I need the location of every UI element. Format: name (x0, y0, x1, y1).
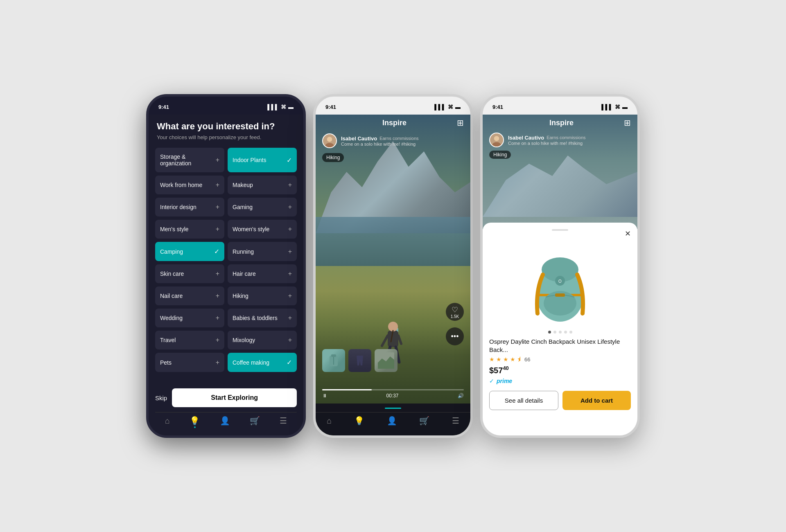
account-icon-2[interactable]: 👤 (387, 416, 397, 426)
interest-running[interactable]: Running + (228, 242, 297, 261)
cart-icon-2[interactable]: 🛒 (419, 416, 429, 426)
grid-icon[interactable]: ⊞ (457, 118, 464, 128)
interest-camping[interactable]: Camping ✓ (155, 242, 224, 261)
add-to-cart-button[interactable]: Add to cart (562, 391, 631, 410)
dot-indicators (489, 331, 631, 334)
thumb-landscape[interactable] (375, 349, 398, 372)
progress-bar[interactable] (322, 389, 464, 390)
svg-point-1 (327, 137, 332, 142)
interest-mixology[interactable]: Mixology + (228, 331, 297, 349)
bottom-bar-1: Skip Start Exploring ⌂ 💡 👤 🛒 ☰ (149, 384, 303, 435)
interest-indoor-plants[interactable]: Indoor Plants ✓ (228, 148, 297, 172)
phones-container: 9:41 ▌▌▌ ⌘ ▬ What are you interested in?… (146, 94, 640, 438)
svg-line-6 (382, 336, 388, 346)
phone2-content: Inspire ⊞ Isabel Cautivo Earns commissio… (316, 115, 470, 435)
active-tab-indicator (385, 408, 401, 409)
heart-icon: ♡ (452, 305, 458, 314)
plus-icon15: + (216, 336, 219, 344)
interest-coffee[interactable]: Coffee making ✓ (228, 353, 297, 372)
nav-active-dot (194, 426, 196, 428)
interest-makeup[interactable]: Makeup + (228, 176, 297, 194)
see-details-button[interactable]: See all details (489, 391, 558, 410)
product-thumbnails (322, 349, 398, 372)
check-icon3: ✓ (287, 358, 292, 366)
interest-skincare[interactable]: Skin care + (155, 264, 224, 283)
inspire-header: Inspire ⊞ (316, 115, 470, 131)
nav-bar-1: ⌂ 💡 👤 🛒 ☰ (155, 412, 297, 429)
product-name: Osprey Daylite Cinch Backpack Unisex Lif… (489, 338, 631, 354)
dot-2 (553, 331, 556, 334)
interest-storage[interactable]: Storage & organization + (155, 148, 224, 172)
svg-rect-24 (555, 293, 565, 297)
close-button[interactable]: ✕ (625, 229, 631, 238)
interest-hiking[interactable]: Hiking + (228, 286, 297, 305)
home-icon-2[interactable]: ⌂ (327, 416, 332, 426)
menu-icon[interactable]: ☰ (280, 416, 287, 426)
plus-icon11: + (216, 292, 219, 300)
interest-wedding[interactable]: Wedding + (155, 309, 224, 327)
interest-mens-style[interactable]: Men's style + (155, 220, 224, 239)
dot-3 (559, 331, 562, 334)
time-1: 9:41 (158, 104, 169, 110)
like-button[interactable]: ♡ 1.5K (446, 303, 464, 321)
user-desc-3: Come on a solo hike with me! #hiking (508, 141, 631, 146)
check-icon: ✓ (287, 156, 292, 164)
volume-icon[interactable]: 🔊 (458, 393, 464, 399)
interests-title: What are you interested in? (157, 121, 295, 132)
start-exploring-button[interactable]: Start Exploring (172, 388, 297, 407)
account-icon[interactable]: 👤 (220, 416, 230, 426)
home-icon[interactable]: ⌂ (165, 416, 170, 426)
hiking-tag-2[interactable]: Hiking (322, 153, 344, 162)
price-row: $5740 (489, 365, 631, 375)
interest-womens-style[interactable]: Women's style + (228, 220, 297, 239)
nav-bar-2: ⌂ 💡 👤 🛒 ☰ (316, 412, 470, 429)
interest-pets[interactable]: Pets + (155, 353, 224, 372)
interest-work-home[interactable]: Work from home + (155, 176, 224, 194)
inspire-icon-2[interactable]: 💡 (354, 416, 364, 426)
interest-haircare[interactable]: Hair care + (228, 264, 297, 283)
svg-text:O: O (558, 279, 562, 284)
interest-gaming[interactable]: Gaming + (228, 198, 297, 216)
wifi-icon-3: ⌘ (615, 104, 620, 110)
time-row: ⏸ 00:37 🔊 (322, 393, 464, 399)
signal-icon: ▌▌▌ (267, 104, 279, 110)
dot-5 (569, 331, 572, 334)
grid-icon-3[interactable]: ⊞ (624, 118, 631, 128)
status-icons-2: ▌▌▌ ⌘ ▬ (434, 104, 461, 110)
signal-icon-2: ▌▌▌ (434, 104, 446, 110)
interest-babies[interactable]: Babies & toddlers + (228, 309, 297, 327)
interest-nailcare[interactable]: Nail care + (155, 286, 224, 305)
water-bg (316, 217, 470, 266)
check-icon2: ✓ (214, 248, 219, 255)
more-button[interactable]: ••• (446, 327, 464, 345)
plus-icon3: + (288, 181, 292, 189)
user-desc-2: Come on a solo hike with me! #hiking (341, 142, 464, 147)
user-name-3: Isabel Cautivo (508, 135, 544, 141)
notch2 (364, 97, 422, 109)
plus-icon: + (216, 156, 219, 164)
interest-travel[interactable]: Travel + (155, 331, 224, 349)
plus-icon13: + (216, 314, 219, 322)
inspire-title: Inspire (332, 119, 457, 127)
prime-check-icon: ✓ (489, 378, 494, 384)
phone2: 9:41 ▌▌▌ ⌘ ▬ Inspire ⊞ (313, 94, 473, 438)
play-pause-icon[interactable]: ⏸ (322, 393, 327, 399)
product-image: O (523, 238, 597, 324)
hiking-tag-3[interactable]: Hiking (489, 151, 511, 159)
thumb-backpack[interactable] (322, 349, 345, 372)
interest-interior[interactable]: Interior design + (155, 198, 224, 216)
like-count: 1.5K (451, 314, 459, 319)
thumb-pants[interactable] (348, 349, 371, 372)
avatar-3 (489, 133, 504, 147)
cart-icon[interactable]: 🛒 (250, 416, 260, 426)
status-icons-1: ▌▌▌ ⌘ ▬ (267, 104, 294, 110)
user-info-3: Isabel Cautivo Earns commissions Come on… (508, 135, 631, 146)
product-sheet: ✕ (483, 223, 637, 435)
product-image-area: O (489, 236, 631, 326)
plus-icon6: + (216, 225, 219, 233)
svg-point-16 (494, 136, 499, 141)
price-whole: $57 (489, 366, 503, 375)
inspire-icon[interactable]: 💡 (190, 416, 200, 426)
menu-icon-2[interactable]: ☰ (452, 416, 459, 426)
skip-button[interactable]: Skip (155, 394, 167, 401)
